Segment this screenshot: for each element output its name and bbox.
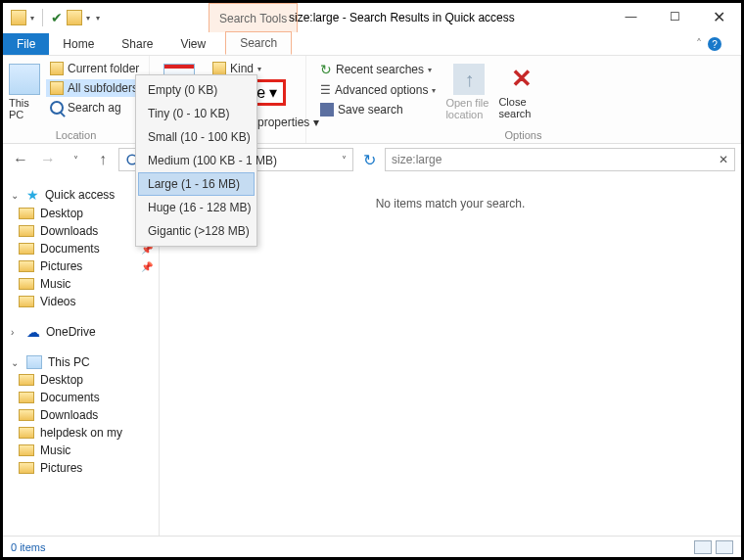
folder-icon — [19, 243, 34, 255]
explorer-app-icon — [11, 10, 26, 25]
size-option-huge[interactable]: Huge (16 - 128 MB) — [138, 196, 255, 219]
kind-label: Kind — [230, 62, 254, 75]
tree-music[interactable]: Music — [3, 275, 159, 293]
tab-view[interactable]: View — [166, 33, 219, 55]
qat-customize-dropdown-icon[interactable]: ▾ — [86, 14, 90, 23]
tree-pc-downloads[interactable]: Downloads — [3, 406, 159, 424]
close-search-label: Close search — [498, 96, 545, 119]
search-clear-icon[interactable]: ✕ — [719, 153, 728, 166]
size-option-medium[interactable]: Medium (100 KB - 1 MB) — [138, 149, 255, 172]
maximize-button[interactable]: ☐ — [653, 3, 697, 30]
chevron-right-icon[interactable]: › — [11, 327, 21, 338]
tree-onedrive[interactable]: › ☁ OneDrive — [3, 322, 159, 342]
size-option-small[interactable]: Small (10 - 100 KB) — [138, 125, 255, 149]
tree-downloads-label: Downloads — [40, 224, 98, 238]
minimize-button[interactable]: — — [609, 3, 653, 30]
history-dropdown[interactable]: ˅ — [64, 148, 87, 171]
tree-this-pc-label: This PC — [48, 355, 90, 369]
folder-icon — [19, 462, 34, 474]
current-folder-button[interactable]: Current folder — [46, 60, 143, 77]
ribbon-collapse-icon[interactable]: ˄ — [696, 37, 702, 51]
thumbnails-view-icon[interactable] — [716, 540, 733, 554]
size-option-tiny[interactable]: Tiny (0 - 10 KB) — [138, 102, 255, 125]
ribbon-collapse-help[interactable]: ˄ ? — [682, 33, 735, 55]
recent-searches-button[interactable]: ↻ Recent searches ▾ — [316, 60, 440, 79]
refresh-button[interactable]: ↻ — [357, 148, 381, 171]
view-switcher — [694, 540, 733, 554]
search-again-button[interactable]: Search ag — [46, 99, 143, 117]
qat-app-dropdown-icon[interactable]: ▾ — [30, 14, 34, 23]
kind-icon — [212, 62, 226, 75]
open-file-location-button: Open file location — [445, 60, 492, 120]
other-properties-label: properties — [257, 116, 309, 129]
search-box[interactable]: size:large ✕ — [385, 148, 735, 171]
size-option-large[interactable]: Large (1 - 16 MB) — [138, 172, 255, 196]
details-view-icon[interactable] — [694, 540, 712, 554]
chevron-down-icon[interactable]: ⌄ — [11, 357, 21, 368]
close-search-button[interactable]: ✕ Close search — [498, 60, 545, 119]
close-search-icon: ✕ — [511, 64, 533, 94]
tree-this-pc[interactable]: ⌄ This PC — [3, 353, 159, 371]
tree-pc-pictures[interactable]: Pictures — [3, 459, 159, 477]
tree-pc-desktop[interactable]: Desktop — [3, 371, 159, 389]
current-folder-label: Current folder — [68, 62, 139, 75]
save-search-button[interactable]: Save search — [316, 101, 440, 118]
close-button[interactable]: ✕ — [697, 3, 741, 30]
tree-onedrive-label: OneDrive — [46, 325, 96, 339]
options-group-label: Options — [312, 129, 734, 141]
folder-icon — [19, 392, 34, 403]
folder-icon — [19, 409, 34, 421]
this-pc-button[interactable]: This PC — [9, 60, 40, 120]
qat-properties-icon[interactable]: ✔ — [51, 10, 63, 25]
tab-home[interactable]: Home — [49, 33, 108, 55]
kind-caret-icon: ▾ — [257, 65, 261, 73]
tab-share[interactable]: Share — [108, 33, 166, 55]
up-button[interactable]: ↑ — [91, 148, 115, 171]
size-option-empty[interactable]: Empty (0 KB) — [138, 78, 255, 102]
other-properties-button[interactable]: properties ▾ — [257, 116, 319, 129]
tree-pc-downloads-label: Downloads — [40, 408, 98, 422]
folder-icon — [19, 374, 34, 386]
tree-pc-helpdesk-label: helpdesk on my — [40, 426, 122, 440]
pin-icon: 📌 — [141, 261, 153, 272]
search-box-value: size:large — [392, 153, 442, 166]
tree-pc-pictures-label: Pictures — [40, 461, 82, 475]
all-subfolders-button[interactable]: All subfolders — [46, 79, 143, 97]
size-caret-icon: ▾ — [269, 83, 277, 102]
folder-icon — [19, 225, 34, 237]
help-icon[interactable]: ? — [708, 37, 721, 51]
onedrive-icon: ☁ — [26, 324, 40, 340]
folder-icon — [19, 296, 34, 307]
tree-pc-documents[interactable]: Documents — [3, 389, 159, 406]
search-icon — [50, 101, 64, 115]
tree-pc-helpdesk[interactable]: helpdesk on my — [3, 424, 159, 442]
tree-pictures[interactable]: Pictures📌 — [3, 257, 159, 275]
window-title: size:large - Search Results in Quick acc… — [289, 11, 515, 24]
tree-videos[interactable]: Videos — [3, 293, 159, 310]
subfolders-icon — [50, 81, 64, 95]
pc-icon — [26, 355, 42, 369]
size-dropdown-menu: Empty (0 KB) Tiny (0 - 10 KB) Small (10 … — [135, 74, 257, 247]
tree-documents-label: Documents — [40, 242, 100, 256]
status-item-count: 0 items — [11, 541, 45, 553]
tree-pc-music[interactable]: Music — [3, 442, 159, 459]
advanced-options-button[interactable]: ☰ Advanced options ▾ — [316, 81, 440, 99]
tab-search[interactable]: Search — [225, 31, 292, 55]
advanced-icon: ☰ — [320, 83, 331, 97]
contextual-tab-label: Search Tools — [209, 3, 298, 32]
open-file-location-label: Open file location — [445, 97, 492, 120]
search-again-label: Search ag — [68, 101, 121, 115]
qat-newfolder-icon[interactable] — [67, 10, 82, 25]
back-button[interactable]: ← — [9, 148, 32, 171]
folder-icon — [19, 444, 34, 456]
save-icon — [320, 103, 334, 117]
size-option-gigantic[interactable]: Gigantic (>128 MB) — [138, 219, 255, 243]
save-search-label: Save search — [338, 103, 403, 117]
address-dropdown-icon[interactable]: ˅ — [342, 155, 347, 165]
qat-overflow-icon[interactable]: ▾ — [96, 14, 100, 23]
recent-searches-label: Recent searches — [336, 63, 424, 76]
chevron-down-icon[interactable]: ⌄ — [11, 190, 21, 201]
tab-file[interactable]: File — [3, 33, 49, 55]
tree-pc-music-label: Music — [40, 443, 70, 457]
tree-quick-access-label: Quick access — [45, 188, 115, 202]
